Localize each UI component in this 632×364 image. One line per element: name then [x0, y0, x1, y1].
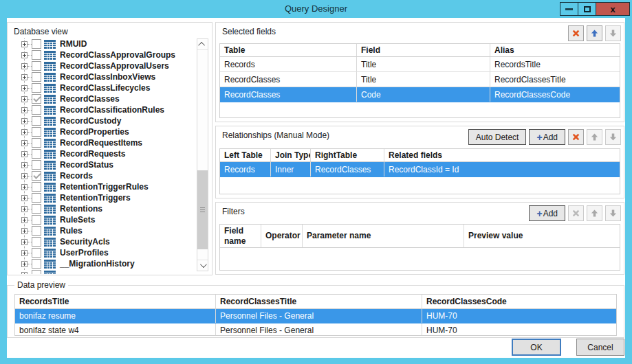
tree-item[interactable]: __MigrationHistory [8, 258, 193, 269]
column-header[interactable]: RightTable [311, 149, 384, 161]
move-field-down-button[interactable] [605, 25, 621, 41]
column-header[interactable]: RecordClassesCode [422, 295, 616, 308]
tree-item[interactable] [8, 269, 193, 274]
table-checkbox[interactable] [32, 50, 41, 60]
expand-plus-icon[interactable] [21, 96, 28, 102]
tree-item[interactable]: RecordClassificationRules [8, 104, 193, 115]
add-relationship-button[interactable]: +Add [529, 129, 565, 145]
table-row[interactable]: RecordClasses Code RecordClassesCode [220, 87, 620, 102]
tree-item[interactable]: RecordProperties [8, 126, 193, 137]
column-header[interactable]: Alias [490, 44, 620, 56]
expand-plus-icon[interactable] [21, 261, 28, 267]
tree-item[interactable]: RecordClassInboxViews [8, 71, 193, 82]
maximize-button[interactable] [578, 2, 596, 16]
expand-plus-icon[interactable] [21, 162, 28, 168]
add-filter-button[interactable]: +Add [529, 205, 565, 221]
table-checkbox[interactable] [32, 61, 41, 71]
tree-item[interactable]: Records [8, 170, 193, 181]
move-filter-down-button[interactable] [605, 205, 621, 221]
table-checkbox[interactable] [32, 83, 41, 93]
table-checkbox[interactable] [32, 270, 41, 274]
expand-plus-icon[interactable] [21, 228, 28, 234]
expand-plus-icon[interactable] [21, 129, 28, 135]
table-row[interactable]: bonifaz resume Personnel Files - General… [15, 309, 616, 323]
tree-item[interactable]: UserProfiles [8, 247, 193, 258]
tree-item[interactable]: RecordClassApprovalGroups [8, 49, 193, 60]
column-header[interactable]: Operator [261, 225, 303, 247]
expand-plus-icon[interactable] [21, 63, 28, 69]
tree-item[interactable]: Retentions [8, 203, 193, 214]
table-checkbox[interactable] [32, 149, 41, 159]
column-header[interactable]: RecordsTitle [15, 295, 216, 308]
auto-detect-button[interactable]: Auto Detect [468, 129, 527, 145]
column-header[interactable]: Table [220, 44, 357, 56]
move-relationship-up-button[interactable] [587, 129, 602, 145]
scroll-down-button[interactable] [197, 260, 208, 271]
table-checkbox[interactable] [32, 72, 41, 82]
expand-plus-icon[interactable] [21, 239, 28, 245]
delete-filter-button[interactable] [568, 205, 584, 221]
delete-relationship-button[interactable] [568, 129, 584, 145]
expand-plus-icon[interactable] [21, 195, 28, 201]
tree-item[interactable]: RecordClassApprovalUsers [8, 60, 193, 71]
move-filter-up-button[interactable] [587, 205, 602, 221]
tree-item[interactable]: RecordStatus [8, 159, 193, 170]
ok-button[interactable]: OK [512, 339, 561, 356]
table-checkbox[interactable] [32, 215, 41, 225]
expand-plus-icon[interactable] [21, 217, 28, 223]
move-relationship-down-button[interactable] [605, 129, 621, 145]
expand-plus-icon[interactable] [21, 85, 28, 91]
tree-item[interactable]: RecordRequests [8, 148, 193, 159]
minimize-button[interactable] [560, 2, 578, 16]
column-header[interactable]: Field [357, 44, 490, 56]
column-header[interactable]: Preview value [464, 225, 620, 247]
tree-scrollbar[interactable] [197, 38, 208, 271]
expand-plus-icon[interactable] [21, 140, 28, 146]
title-bar[interactable]: Query Designer x [0, 0, 632, 18]
expand-plus-icon[interactable] [21, 74, 28, 80]
delete-field-button[interactable] [568, 25, 584, 41]
move-field-up-button[interactable] [587, 25, 602, 41]
table-checkbox[interactable] [32, 127, 41, 137]
table-row[interactable]: RecordClasses Title RecordClassesTitle [220, 72, 620, 87]
scroll-up-button[interactable] [197, 39, 208, 50]
expand-plus-icon[interactable] [21, 118, 28, 124]
table-row[interactable]: bonifaz state w4 Personnel Files - Gener… [15, 323, 616, 336]
tree-item[interactable]: RecordRequestItems [8, 137, 193, 148]
tree-item[interactable]: RecordClasses [8, 93, 193, 104]
table-checkbox[interactable] [32, 171, 41, 181]
table-row[interactable]: Records Inner RecordClasses RecordClassI… [220, 162, 620, 177]
tree-item[interactable]: Rules [8, 225, 193, 236]
table-checkbox[interactable] [32, 248, 41, 258]
tree-item[interactable]: SecurityAcls [8, 236, 193, 247]
tree-item[interactable]: RMUID [8, 38, 193, 49]
column-header[interactable]: RecordClassesTitle [216, 295, 422, 308]
table-checkbox[interactable] [32, 259, 41, 269]
column-header[interactable]: Field name [220, 225, 261, 247]
expand-plus-icon[interactable] [21, 52, 28, 58]
table-checkbox[interactable] [32, 105, 41, 115]
table-checkbox[interactable] [32, 94, 41, 104]
tree-item[interactable]: RecordCustody [8, 115, 193, 126]
table-checkbox[interactable] [32, 182, 41, 192]
table-checkbox[interactable] [32, 116, 41, 126]
tree-item[interactable]: RecordClassLifecycles [8, 82, 193, 93]
column-header[interactable]: Related fields [384, 149, 620, 161]
expand-plus-icon[interactable] [21, 151, 28, 157]
scroll-thumb[interactable] [197, 170, 208, 249]
table-checkbox[interactable] [32, 160, 41, 170]
tree-item[interactable]: RetentionTriggerRules [8, 181, 193, 192]
column-header[interactable]: Join Type [271, 149, 311, 161]
table-checkbox[interactable] [32, 226, 41, 236]
expand-plus-icon[interactable] [21, 41, 28, 47]
close-button[interactable]: x [596, 2, 630, 16]
expand-plus-icon[interactable] [21, 206, 28, 212]
table-checkbox[interactable] [32, 39, 41, 49]
expand-plus-icon[interactable] [21, 173, 28, 179]
expand-plus-icon[interactable] [21, 250, 28, 256]
table-checkbox[interactable] [32, 237, 41, 247]
table-checkbox[interactable] [32, 138, 41, 148]
table-checkbox[interactable] [32, 193, 41, 203]
table-checkbox[interactable] [32, 204, 41, 214]
column-header[interactable]: Parameter name [303, 225, 464, 247]
